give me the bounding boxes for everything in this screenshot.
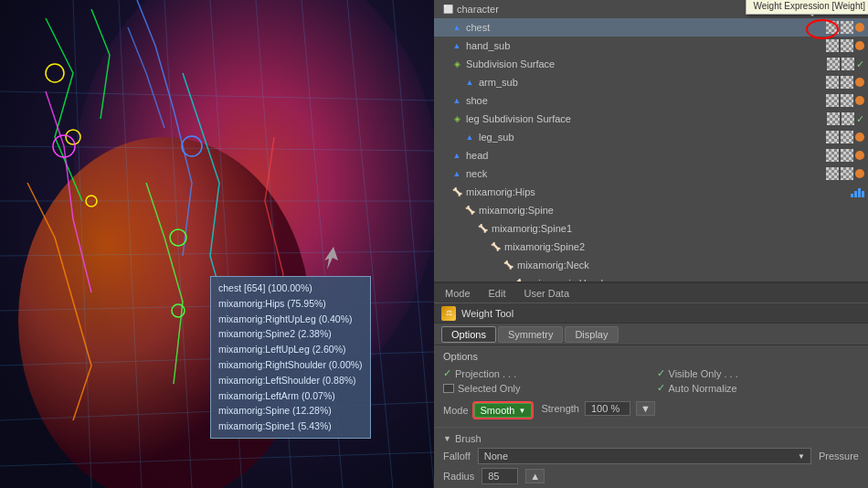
options-grid: ✓ Projection . . . ✓ Visible Only . . . … — [443, 367, 859, 394]
tree-row-spine2[interactable]: 🦴 mixamorig:Spine2 — [434, 238, 868, 256]
weight-tool-header: ⚖ Weight Tool — [434, 303, 868, 324]
tree-row-arm-sub[interactable]: ▲ arm_sub — [434, 73, 868, 91]
null-icon: ⬜ — [441, 3, 454, 16]
tab-symmetry[interactable]: Symmetry — [498, 326, 564, 343]
dot-icon — [855, 151, 864, 160]
brush-label: Brush — [455, 433, 482, 444]
mesh-icon: ▲ — [450, 167, 463, 180]
checker-icon — [842, 58, 854, 70]
radius-increment[interactable]: ▲ — [525, 469, 545, 483]
tree-row-icons — [826, 94, 868, 107]
check-icon: ✓ — [657, 367, 665, 379]
dot-icon — [855, 96, 864, 105]
tree-row-leg-sub[interactable]: ▲ leg_sub — [434, 128, 868, 146]
tree-label: hand_sub — [466, 40, 826, 51]
tree-label: leg_sub — [479, 132, 826, 143]
mode-bar-user-data[interactable]: User Data — [521, 286, 574, 301]
check-icon: ✓ — [443, 367, 451, 379]
option-label: Projection . . . — [455, 368, 516, 379]
dot-icon: Weight Expression [Weight] — [855, 23, 864, 32]
checker-icon — [841, 167, 853, 180]
tree-row-spine1[interactable]: 🦴 mixamorig:Spine1 — [434, 219, 868, 238]
mode-row: Mode Smooth ▼ — [443, 403, 532, 418]
tree-row-icons — [826, 149, 868, 162]
mesh-icon: ▲ — [463, 76, 476, 89]
tab-display[interactable]: Display — [565, 326, 618, 343]
options-title: Options — [443, 351, 859, 362]
tree-row-spine[interactable]: 🦴 mixamorig:Spine — [434, 201, 868, 219]
dot-icon — [855, 169, 864, 178]
dot-icon — [855, 41, 864, 50]
checker-icon — [841, 149, 853, 162]
tree-row-icons — [851, 186, 868, 197]
tree-row-icons — [826, 76, 868, 89]
tree-row-chest[interactable]: ▲ chest Weight Expression [Weight] — [434, 18, 868, 37]
tree-row-head[interactable]: ▲ head — [434, 146, 868, 164]
tree-row-leg-subdiv[interactable]: ◈ leg Subdivision Surface ✓ — [434, 110, 868, 128]
mesh-icon: ▲ — [450, 149, 463, 162]
checker-icon — [827, 112, 840, 125]
tree-row-shoe[interactable]: ▲ shoe — [434, 91, 868, 110]
tree-label: mixamorig:Spine2 — [504, 241, 868, 252]
mode-dropdown[interactable]: Smooth ▼ — [474, 403, 533, 418]
checker-icon — [826, 76, 839, 89]
checker-icon — [826, 149, 839, 162]
check-icon: ✓ — [856, 58, 864, 70]
bone-icon: 🦴 — [476, 222, 489, 235]
viewport[interactable]: chest [654] (100.00%) mixamorig:Hips (75… — [0, 0, 434, 488]
bottom-panel: Mode Edit User Data ⚖ Weight Tool Option… — [434, 283, 868, 488]
tree-row-icons: ✓ — [827, 58, 868, 70]
mode-bar: Mode Edit User Data — [434, 283, 868, 303]
falloff-label: Falloff — [443, 451, 471, 461]
mesh-icon: ▲ — [450, 21, 463, 34]
tree-row-neck-bone[interactable]: 🦴 mixamorig:Neck — [434, 256, 868, 274]
bone-icon: 🦴 — [514, 277, 527, 283]
tree-label: arm_sub — [479, 77, 826, 88]
bone-icon: 🦴 — [489, 240, 502, 253]
tab-options[interactable]: Options — [441, 326, 496, 343]
checker-icon — [841, 76, 853, 89]
weight-tool-icon: ⚖ — [441, 306, 456, 321]
mode-bar-mode[interactable]: Mode — [441, 286, 474, 301]
tabs-bar: Options Symmetry Display — [434, 324, 868, 345]
option-label: Selected Only — [458, 383, 520, 394]
scene-tree[interactable]: ⬜ character ▲ chest Weight Expression [W… — [434, 0, 868, 283]
tree-row-subdivision-surface[interactable]: ◈ Subdivision Surface ✓ — [434, 55, 868, 73]
tree-label: mixamorig:Neck — [517, 260, 868, 271]
strength-decrement[interactable]: ▼ — [636, 401, 655, 416]
strength-input[interactable] — [585, 401, 630, 416]
mesh-icon: ▲ — [463, 131, 476, 143]
tree-row-neck[interactable]: ▲ neck — [434, 164, 868, 183]
checker-icon — [826, 39, 839, 52]
mesh-icon: ▲ — [450, 39, 463, 52]
falloff-dropdown[interactable]: None ▼ — [478, 448, 811, 464]
tree-row-hand-sub[interactable]: ▲ hand_sub — [434, 37, 868, 55]
mode-bar-edit[interactable]: Edit — [485, 286, 510, 301]
tree-row-icons — [826, 131, 868, 143]
weight-expression-tooltip: Weight Expression [Weight] — [746, 0, 868, 15]
checker-icon — [841, 39, 853, 52]
pressure-label: Pressure — [819, 451, 859, 461]
collapse-arrow-icon[interactable]: ▼ — [443, 434, 451, 443]
checker-icon — [841, 131, 853, 143]
divider — [434, 427, 868, 428]
radius-input[interactable] — [482, 468, 518, 484]
subdiv-icon: ◈ — [450, 112, 463, 125]
tree-row-head-bone[interactable]: 🦴 mixamorig:Head — [434, 274, 868, 283]
tree-label-subdiv: Subdivision Surface — [466, 58, 827, 69]
weight-tool-title: Weight Tool — [461, 308, 513, 319]
mode-label: Mode — [443, 405, 469, 416]
checkbox-unchecked[interactable] — [443, 384, 454, 393]
checker-icon — [826, 167, 839, 180]
checker-icon — [827, 58, 840, 70]
mode-value: Smooth — [481, 405, 515, 416]
tree-row-hips[interactable]: 🦴 mixamorig:Hips — [434, 183, 868, 201]
option-label: Auto Normalize — [669, 383, 737, 394]
tree-label: neck — [466, 168, 826, 179]
dropdown-arrow-icon: ▼ — [798, 452, 805, 461]
radius-label: Radius — [443, 471, 474, 482]
tree-label: mixamorig:Spine — [479, 205, 868, 216]
tree-label: mixamorig:Spine1 — [492, 223, 868, 234]
dropdown-arrow: ▼ — [518, 407, 525, 415]
bone-icon: 🦴 — [463, 204, 476, 217]
